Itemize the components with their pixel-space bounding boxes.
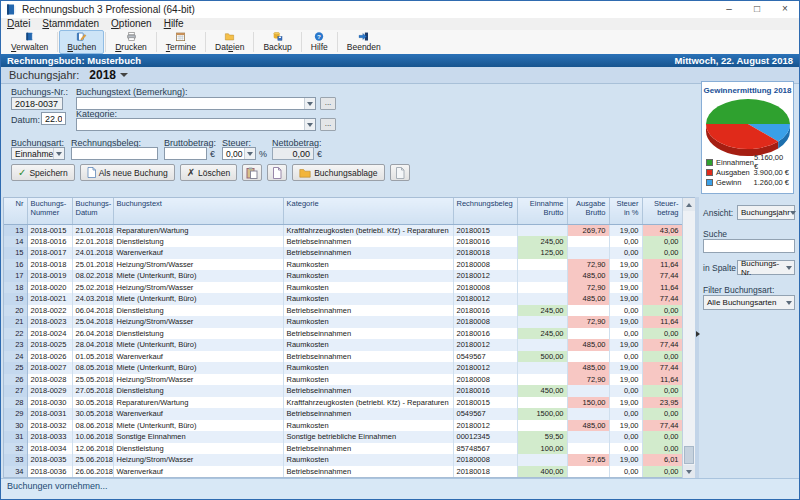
cell-beleg[interactable]: 20180008	[453, 454, 517, 466]
cell-text[interactable]: Warenverkauf	[113, 351, 283, 363]
ansicht-select[interactable]: Buchungsjahr	[737, 205, 795, 220]
cell-ausgabe[interactable]: 485,00	[567, 362, 609, 374]
als-neue-buchung-button[interactable]: Als neue Buchung	[80, 164, 175, 181]
table-row[interactable]: 272018-002927.05.2018DienstleistungBetri…	[4, 385, 682, 397]
cell-datum[interactable]: 12.06.2018	[72, 443, 113, 455]
menu-datei[interactable]: Datei	[1, 18, 36, 30]
filter-buchungsart-select[interactable]: Alle Buchungsarten	[703, 295, 795, 310]
cell-nummer[interactable]: 2018-0036	[27, 466, 72, 478]
buchungstext-more-button[interactable]: ...	[320, 97, 336, 110]
cell-datum[interactable]: 28.04.2018	[72, 339, 113, 351]
cell-beleg[interactable]: 20180008	[453, 374, 517, 386]
cell-steuer[interactable]: 19,00	[609, 316, 642, 328]
cell-kategorie[interactable]: Raumkosten	[283, 454, 453, 466]
cell-steuer[interactable]: 19,00	[609, 374, 642, 386]
cell-beleg[interactable]: 20180012	[453, 420, 517, 432]
cell-text[interactable]: Heizung/Strom/Wasser	[113, 259, 283, 271]
document-button[interactable]	[390, 164, 410, 181]
cell-nr[interactable]: 18	[4, 282, 27, 294]
cell-datum[interactable]: 08.06.2018	[72, 420, 113, 432]
header-buchungs-datum[interactable]: Buchungs- Datum	[72, 198, 113, 224]
cell-nummer[interactable]: 2018-0026	[27, 351, 72, 363]
cell-nummer[interactable]: 2018-0024	[27, 328, 72, 340]
table-scrollbar[interactable]	[682, 198, 695, 478]
cell-text[interactable]: Miete (Unterkunft, Büro)	[113, 420, 283, 432]
cell-text[interactable]: Heizung/Strom/Wasser	[113, 282, 283, 294]
table-row[interactable]: 332018-003525.06.2018Heizung/Strom/Wasse…	[4, 454, 682, 466]
cell-text[interactable]: Reparaturen/Wartung	[113, 224, 283, 236]
cell-steuerbetrag[interactable]: 11,64	[642, 282, 682, 294]
cell-text[interactable]: Heizung/Strom/Wasser	[113, 374, 283, 386]
header-kategorie[interactable]: Kategorie	[283, 198, 453, 224]
cell-nr[interactable]: 34	[4, 466, 27, 478]
cell-text[interactable]: Miete (Unterkunft, Büro)	[113, 339, 283, 351]
cell-ausgabe[interactable]: 269,70	[567, 224, 609, 236]
cell-ausgabe[interactable]	[567, 351, 609, 363]
cell-kategorie[interactable]: Raumkosten	[283, 293, 453, 305]
cell-kategorie[interactable]: Raumkosten	[283, 374, 453, 386]
cell-einnahme[interactable]	[517, 282, 567, 294]
cell-nummer[interactable]: 2018-0019	[27, 270, 72, 282]
cell-datum[interactable]: 25.02.2018	[72, 282, 113, 294]
toolbar-backup[interactable]: Backup	[255, 30, 299, 54]
cell-kategorie[interactable]: Betriebseinnahmen	[283, 305, 453, 317]
cell-steuer[interactable]: 19,00	[609, 420, 642, 432]
cell-ausgabe[interactable]: 485,00	[567, 420, 609, 432]
cell-steuer[interactable]: 19,00	[609, 397, 642, 409]
table-row[interactable]: 202018-002206.04.2018DienstleistungBetri…	[4, 305, 682, 317]
table-row[interactable]: 262018-002825.05.2018Heizung/Strom/Wasse…	[4, 374, 682, 386]
cell-beleg[interactable]: 20180015	[453, 224, 517, 236]
cell-nr[interactable]: 15	[4, 247, 27, 259]
cell-steuerbetrag[interactable]: 0,00	[642, 305, 682, 317]
cell-nr[interactable]: 22	[4, 328, 27, 340]
chevron-down-icon[interactable]	[304, 119, 315, 130]
cell-ausgabe[interactable]	[567, 443, 609, 455]
cell-text[interactable]: Dienstleistung	[113, 385, 283, 397]
header-rechnungsbeleg[interactable]: Rechnungsbeleg	[453, 198, 517, 224]
cell-nummer[interactable]: 2018-0028	[27, 374, 72, 386]
table-row[interactable]: 132018-001521.01.2018Reparaturen/Wartung…	[4, 224, 682, 236]
cell-text[interactable]: Reparaturen/Wartung	[113, 397, 283, 409]
cell-datum[interactable]: 08.05.2018	[72, 362, 113, 374]
copy-page-button[interactable]	[267, 164, 287, 181]
cell-steuerbetrag[interactable]: 23,95	[642, 397, 682, 409]
cell-steuer[interactable]: 19,00	[609, 293, 642, 305]
cell-kategorie[interactable]: Betriebseinnahmen	[283, 247, 453, 259]
maximize-button[interactable]: □	[743, 1, 771, 18]
cell-nr[interactable]: 31	[4, 431, 27, 443]
cell-steuer[interactable]: 0,00	[609, 351, 642, 363]
cell-steuerbetrag[interactable]: 0,00	[642, 351, 682, 363]
cell-steuerbetrag[interactable]: 6,01	[642, 454, 682, 466]
loeschen-button[interactable]: ✗ Löschen	[180, 164, 238, 181]
cell-kategorie[interactable]: Kraftfahrzeugkosten (betriebl. Kfz) - Re…	[283, 397, 453, 409]
cell-beleg[interactable]: 20180012	[453, 362, 517, 374]
cell-text[interactable]: Sonstige Einnahmen	[113, 431, 283, 443]
table-row[interactable]: 162018-001825.01.2018Heizung/Strom/Wasse…	[4, 259, 682, 271]
cell-datum[interactable]: 25.04.2018	[72, 316, 113, 328]
cell-nummer[interactable]: 2018-0020	[27, 282, 72, 294]
cell-ausgabe[interactable]: 72,90	[567, 282, 609, 294]
cell-einnahme[interactable]: 1500,00	[517, 408, 567, 420]
cell-nummer[interactable]: 2018-0033	[27, 431, 72, 443]
cell-nr[interactable]: 17	[4, 270, 27, 282]
scrollbar-thumb[interactable]	[684, 446, 694, 464]
table-row[interactable]: 212018-002325.04.2018Heizung/Strom/Wasse…	[4, 316, 682, 328]
cell-ausgabe[interactable]: 150,00	[567, 397, 609, 409]
cell-datum[interactable]: 10.06.2018	[72, 431, 113, 443]
cell-beleg[interactable]: 20180016	[453, 236, 517, 248]
kategorie-more-button[interactable]: ...	[320, 118, 336, 131]
cell-text[interactable]: Warenverkauf	[113, 247, 283, 259]
spalte-select[interactable]: Buchungs-Nr.	[737, 260, 795, 275]
toolbar-buchen[interactable]: Buchen	[59, 30, 104, 54]
cell-nummer[interactable]: 2018-0030	[27, 397, 72, 409]
cell-kategorie[interactable]: Raumkosten	[283, 339, 453, 351]
cell-einnahme[interactable]: 125,00	[517, 247, 567, 259]
toolbar-dateien[interactable]: Dateien	[207, 30, 252, 54]
cell-einnahme[interactable]	[517, 339, 567, 351]
chevron-down-icon[interactable]	[783, 296, 794, 309]
cell-beleg[interactable]: 85748567	[453, 443, 517, 455]
cell-steuerbetrag[interactable]: 77,44	[642, 420, 682, 432]
minimize-button[interactable]: –	[715, 1, 743, 18]
cell-steuerbetrag[interactable]: 0,00	[642, 431, 682, 443]
cell-kategorie[interactable]: Sonstige betriebliche Einnahmen	[283, 431, 453, 443]
